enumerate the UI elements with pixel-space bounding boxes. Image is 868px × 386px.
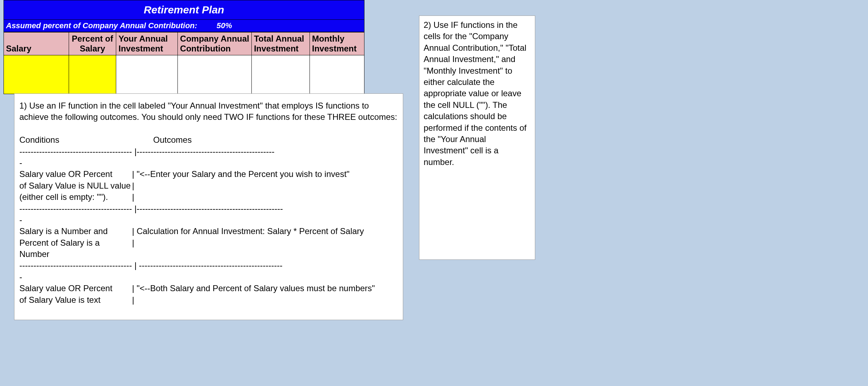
divider-3b: | --------------------------------------… bbox=[132, 261, 282, 270]
row1-cond3: (either cell is empty: ""). bbox=[19, 191, 132, 203]
assumption-row: Assumed percent of Company Annual Contri… bbox=[4, 20, 364, 32]
row1-out1: | "<--Enter your Salary and the Percent … bbox=[132, 169, 350, 179]
row2-out1: | Calculation for Annual Investment: Sal… bbox=[132, 226, 364, 236]
header-percent: Percent of Salary bbox=[69, 32, 116, 55]
row1-out2: | bbox=[132, 181, 134, 190]
header-total-annual: Total Annual Investment bbox=[252, 32, 310, 55]
row2-cond2: Percent of Salary is a Number bbox=[19, 237, 132, 260]
cell-your-annual[interactable] bbox=[116, 55, 178, 94]
header-your-annual: Your Annual Investment bbox=[116, 32, 178, 55]
divider-2a: ----------------------------------------… bbox=[19, 203, 132, 226]
cell-total-annual[interactable] bbox=[252, 55, 310, 94]
conditions-header: Conditions bbox=[19, 134, 132, 146]
retirement-plan-table: Retirement Plan Assumed percent of Compa… bbox=[4, 0, 364, 94]
row3-cond1: Salary value OR Percent bbox=[19, 283, 132, 294]
input-row bbox=[4, 55, 364, 94]
divider-1b: |---------------------------------------… bbox=[132, 147, 275, 156]
instruction-1-intro: 1) Use an IF function in the cell labele… bbox=[19, 100, 398, 123]
divider-1a: ----------------------------------------… bbox=[19, 146, 132, 169]
row3-out2: | bbox=[132, 295, 134, 305]
assumption-value: 50% bbox=[203, 21, 245, 30]
instruction-2-text: 2) Use IF functions in the cells for the… bbox=[424, 20, 526, 167]
row1-out3: | bbox=[132, 192, 134, 202]
row2-out2: | bbox=[132, 238, 134, 247]
outcomes-header: Outcomes bbox=[153, 135, 192, 145]
cell-salary[interactable] bbox=[4, 55, 69, 94]
cell-company-annual[interactable] bbox=[178, 55, 252, 94]
data-table: Salary Percent of Salary Your Annual Inv… bbox=[4, 32, 364, 94]
header-salary: Salary bbox=[4, 32, 69, 55]
header-monthly: Monthly Investment bbox=[310, 32, 364, 55]
row2-cond1: Salary is a Number and bbox=[19, 226, 132, 237]
row3-cond2: of Salary Value is text bbox=[19, 294, 132, 306]
cell-monthly[interactable] bbox=[310, 55, 364, 94]
cell-percent[interactable] bbox=[69, 55, 116, 94]
divider-2b: |---------------------------------------… bbox=[132, 204, 283, 213]
instructions-textbox-2: 2) Use IF functions in the cells for the… bbox=[419, 16, 535, 260]
assumption-label: Assumed percent of Company Annual Contri… bbox=[6, 21, 203, 30]
header-row: Salary Percent of Salary Your Annual Inv… bbox=[4, 32, 364, 55]
row3-out1: | "<--Both Salary and Percent of Salary … bbox=[132, 283, 375, 293]
row1-cond2: of Salary Value is NULL value bbox=[19, 180, 132, 191]
divider-3a: ----------------------------------------… bbox=[19, 260, 132, 283]
table-title: Retirement Plan bbox=[4, 0, 364, 20]
header-company-annual: Company Annual Contribution bbox=[178, 32, 252, 55]
row1-cond1: Salary value OR Percent bbox=[19, 169, 132, 180]
instructions-textbox-1: 1) Use an IF function in the cell labele… bbox=[14, 93, 403, 320]
